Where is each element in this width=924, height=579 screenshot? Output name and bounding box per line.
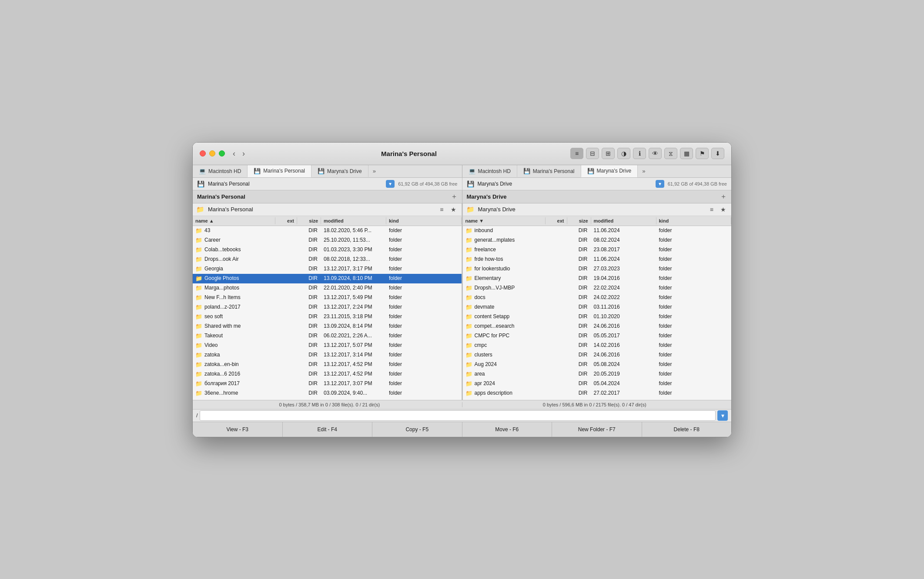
delete-f8-button[interactable]: Delete - F8 — [642, 422, 732, 437]
col-header-ext-right[interactable]: ext — [546, 217, 567, 224]
compress-icon[interactable]: ▦ — [680, 148, 693, 159]
panel-right-folder-name: Maryna's Drive — [478, 206, 705, 213]
col-header-kind-right[interactable]: kind — [656, 217, 732, 224]
file-row-right-13[interactable]: 📁 clusters DIR 24.06.2016 folder — [463, 350, 732, 360]
info-icon[interactable]: ℹ — [633, 148, 646, 159]
file-name-right-17: apps description — [475, 390, 512, 396]
file-row-left-7[interactable]: 📁 New F...h Items DIR 13.12.2017, 5:49 P… — [193, 293, 462, 303]
file-icon-left-1: 📁 — [195, 237, 202, 243]
file-kind-right-11: folder — [656, 332, 732, 339]
file-row-right-4[interactable]: 📁 for lookerstudio DIR 27.03.2023 folder — [463, 264, 732, 274]
file-row-right-0[interactable]: 📁 inbound DIR 11.06.2024 folder — [463, 226, 732, 236]
file-row-right-11[interactable]: 📁 CMPC for PPC DIR 05.05.2017 folder — [463, 331, 732, 341]
file-size-left-14: DIR — [297, 360, 321, 368]
col-header-name-left[interactable]: name ▲ — [193, 217, 275, 224]
tab-left-marina[interactable]: 💾 Marina's Personal — [248, 165, 311, 177]
tab-right-macintosh[interactable]: 💻 Macintosh HD — [462, 165, 517, 177]
file-row-left-9[interactable]: 📁 seo soft DIR 23.11.2015, 3:18 PM folde… — [193, 312, 462, 322]
file-row-left-6[interactable]: 📁 Marga...photos DIR 22.01.2020, 2:40 PM… — [193, 283, 462, 293]
file-row-left-3[interactable]: 📁 Drops...ook Air DIR 08.02.2018, 12:33.… — [193, 255, 462, 264]
panel-left-list-btn[interactable]: ≡ — [438, 205, 445, 214]
file-row-left-17[interactable]: 📁 36ene...hrome DIR 03.09.2024, 9:40... … — [193, 389, 462, 398]
view-list-icon[interactable]: ≡ — [570, 148, 583, 159]
file-row-left-12[interactable]: 📁 Video DIR 13.12.2017, 5:07 PM folder — [193, 341, 462, 350]
panel-header-right-add[interactable]: ＋ — [720, 192, 727, 201]
file-row-left-1[interactable]: 📁 Career DIR 25.10.2020, 11:53... folder — [193, 236, 462, 245]
col-header-kind-left[interactable]: kind — [386, 217, 462, 224]
col-header-modified-left[interactable]: modified — [321, 217, 386, 224]
preview-icon[interactable]: 👁 — [649, 148, 662, 159]
file-row-right-12[interactable]: 📁 cmpc DIR 14.02.2016 folder — [463, 341, 732, 350]
flag-icon[interactable]: ⚑ — [696, 148, 709, 159]
file-size-left-3: DIR — [297, 255, 321, 263]
file-row-left-11[interactable]: 📁 Takeout DIR 06.02.2021, 2:26 A... fold… — [193, 331, 462, 341]
file-row-right-14[interactable]: 📁 Aug 2024 DIR 05.08.2024 folder — [463, 360, 732, 369]
file-row-right-1[interactable]: 📁 generat...mplates DIR 08.02.2024 folde… — [463, 236, 732, 245]
panel-right-list-btn[interactable]: ≡ — [708, 205, 715, 214]
newfolder-f7-button[interactable]: New Folder - F7 — [552, 422, 642, 437]
tabbar-right: 💻 Macintosh HD 💾 Marina's Personal 💾 Mar… — [462, 165, 732, 177]
search-icon[interactable]: ⧖ — [664, 148, 677, 159]
forward-button[interactable]: › — [240, 147, 248, 160]
file-row-right-17[interactable]: 📁 apps description DIR 27.02.2017 folder — [463, 389, 732, 398]
col-header-size-left[interactable]: size — [297, 217, 321, 224]
file-modified-left-12: 13.12.2017, 5:07 PM — [321, 341, 386, 349]
file-row-right-6[interactable]: 📁 Dropsh...VJ-MBP DIR 22.02.2024 folder — [463, 283, 732, 293]
file-row-left-14[interactable]: 📁 zatoka...en-bin DIR 13.12.2017, 4:52 P… — [193, 360, 462, 369]
minimize-button[interactable] — [209, 150, 215, 156]
file-kind-right-14: folder — [656, 360, 732, 368]
file-row-right-5[interactable]: 📁 Elementary DIR 19.04.2016 folder — [463, 274, 732, 283]
file-row-right-3[interactable]: 📁 frde how-tos DIR 11.06.2024 folder — [463, 255, 732, 264]
tab-overflow-right[interactable]: » — [638, 165, 649, 177]
panel-right-star-btn[interactable]: ★ — [719, 205, 728, 214]
file-row-left-15[interactable]: 📁 zatoka...6 2016 DIR 13.12.2017, 4:52 P… — [193, 369, 462, 379]
window-title: Marina's Personal — [253, 150, 565, 157]
file-row-right-10[interactable]: 📁 compet...esearch DIR 24.06.2016 folder — [463, 322, 732, 331]
file-row-left-10[interactable]: 📁 Shared with me DIR 13.09.2024, 8:14 PM… — [193, 322, 462, 331]
edit-f4-button[interactable]: Edit - F4 — [283, 422, 373, 437]
file-row-right-7[interactable]: 📁 docs DIR 24.02.2022 folder — [463, 293, 732, 303]
file-size-right-10: DIR — [567, 322, 591, 330]
close-button[interactable] — [200, 150, 206, 156]
locbar-left-arrow[interactable]: ▾ — [386, 180, 395, 188]
move-f6-button[interactable]: Move - F6 — [462, 422, 552, 437]
download-icon[interactable]: ⬇ — [711, 148, 724, 159]
file-row-right-9[interactable]: 📁 content Setapp DIR 01.10.2020 folder — [463, 312, 732, 322]
file-row-left-4[interactable]: 📁 Georgia DIR 13.12.2017, 3:17 PM folder — [193, 264, 462, 274]
back-button[interactable]: ‹ — [230, 147, 238, 160]
col-header-name-right[interactable]: name ▼ — [463, 217, 546, 224]
file-row-right-16[interactable]: 📁 apr 2024 DIR 05.04.2024 folder — [463, 379, 732, 389]
cmd-dropdown-btn[interactable]: ▾ — [717, 410, 728, 421]
col-header-modified-right[interactable]: modified — [591, 217, 656, 224]
file-row-left-16[interactable]: 📁 болгария 2017 DIR 13.12.2017, 3:07 PM … — [193, 379, 462, 389]
file-row-left-0[interactable]: 📁 43 DIR 18.02.2020, 5:46 P... folder — [193, 226, 462, 236]
file-row-right-15[interactable]: 📁 area DIR 20.05.2019 folder — [463, 369, 732, 379]
locbar-right-arrow[interactable]: ▾ — [656, 180, 664, 188]
file-row-left-5[interactable]: 📁 Google Photos DIR 13.09.2024, 8:10 PM … — [193, 274, 462, 283]
file-ext-left-8 — [275, 306, 297, 308]
file-row-left-2[interactable]: 📁 Colab...tebooks DIR 01.03.2023, 3:30 P… — [193, 245, 462, 255]
tab-right-maryna[interactable]: 💾 Maryna's Drive — [581, 165, 638, 177]
file-name-right-8: devmate — [475, 304, 495, 310]
view-detail-icon[interactable]: ⊟ — [586, 148, 599, 159]
view-f3-button[interactable]: View - F3 — [193, 422, 283, 437]
maximize-button[interactable] — [219, 150, 225, 156]
col-header-ext-left[interactable]: ext — [275, 217, 297, 224]
file-row-left-8[interactable]: 📁 poland...z-2017 DIR 13.12.2017, 2:24 P… — [193, 303, 462, 312]
file-row-right-8[interactable]: 📁 devmate DIR 03.11.2016 folder — [463, 303, 732, 312]
tab-left-macintosh[interactable]: 💻 Macintosh HD — [193, 165, 248, 177]
view-grid-icon[interactable]: ⊞ — [602, 148, 615, 159]
toggle-icon[interactable]: ◑ — [617, 148, 630, 159]
panel-left-star-btn[interactable]: ★ — [449, 205, 458, 214]
col-header-size-right[interactable]: size — [567, 217, 591, 224]
cmd-input[interactable] — [200, 410, 716, 421]
file-modified-left-15: 13.12.2017, 4:52 PM — [321, 370, 386, 378]
panel-header-left-add[interactable]: ＋ — [451, 192, 458, 201]
file-row-left-13[interactable]: 📁 zatoka DIR 13.12.2017, 3:14 PM folder — [193, 350, 462, 360]
tab-right-marina[interactable]: 💾 Marina's Personal — [517, 165, 581, 177]
copy-f5-button[interactable]: Copy - F5 — [372, 422, 462, 437]
file-kind-right-2: folder — [656, 246, 732, 253]
tab-overflow-left[interactable]: » — [368, 165, 380, 177]
tab-left-maryna[interactable]: 💾 Maryna's Drive — [311, 165, 368, 177]
file-row-right-2[interactable]: 📁 freelance DIR 23.08.2017 folder — [463, 245, 732, 255]
